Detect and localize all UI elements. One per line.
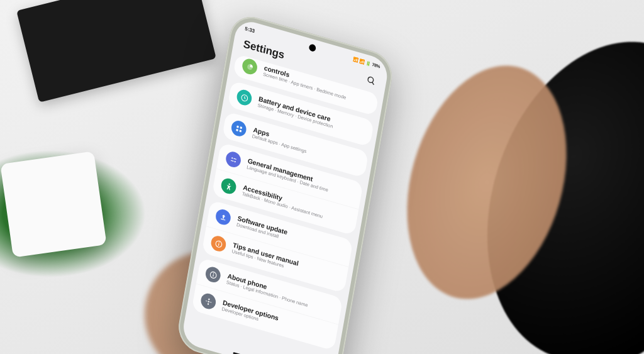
- svg-rect-5: [240, 126, 242, 128]
- svg-rect-9: [233, 158, 236, 159]
- svg-rect-7: [239, 130, 242, 132]
- status-indicators: 📶 📶 🔋 78%: [353, 57, 380, 69]
- general-management-icon: [225, 150, 242, 169]
- svg-point-10: [234, 160, 235, 162]
- svg-rect-11: [230, 160, 233, 161]
- svg-line-1: [372, 82, 374, 85]
- svg-rect-21: [208, 301, 209, 302]
- svg-rect-24: [209, 301, 211, 302]
- accessibility-icon: [220, 177, 237, 196]
- svg-point-0: [367, 76, 374, 83]
- svg-point-16: [218, 241, 219, 243]
- svg-rect-4: [236, 125, 239, 128]
- svg-rect-15: [218, 243, 219, 245]
- svg-rect-20: [208, 298, 209, 300]
- apps-icon: [230, 119, 247, 138]
- about-phone-icon: [204, 265, 221, 284]
- controls-icon: [241, 57, 258, 76]
- svg-point-8: [231, 157, 233, 158]
- developer-options-icon: [200, 292, 217, 311]
- search-icon[interactable]: [365, 74, 377, 87]
- status-time: 5:33: [245, 25, 255, 33]
- svg-rect-23: [206, 300, 208, 301]
- svg-rect-13: [221, 218, 226, 220]
- svg-rect-6: [236, 128, 238, 131]
- tips-icon: [210, 234, 227, 253]
- svg-rect-22: [207, 303, 208, 305]
- svg-point-12: [228, 183, 230, 185]
- svg-point-19: [213, 272, 214, 274]
- svg-rect-18: [213, 274, 214, 277]
- planter-prop: [0, 151, 106, 257]
- notebook-prop: [16, 0, 216, 102]
- software-update-icon: [214, 207, 231, 226]
- battery-icon: [236, 88, 253, 107]
